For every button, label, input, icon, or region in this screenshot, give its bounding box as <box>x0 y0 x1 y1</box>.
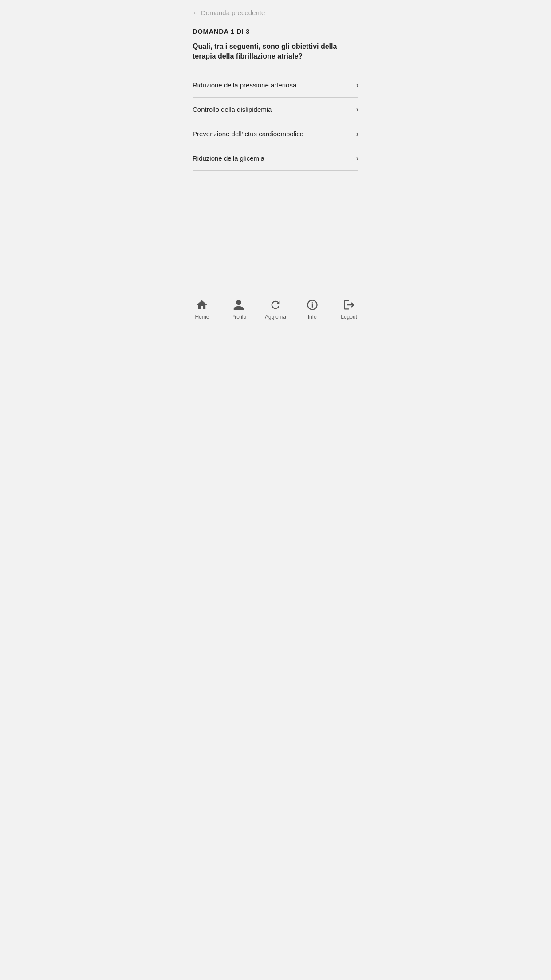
tab-profilo-label: Profilo <box>231 314 246 320</box>
answer-item-a4[interactable]: Riduzione della glicemia› <box>193 146 358 171</box>
answer-text-a4: Riduzione della glicemia <box>193 154 352 162</box>
tab-logout[interactable]: Logout <box>331 298 367 320</box>
answer-list: Riduzione della pressione arteriosa›Cont… <box>193 73 358 171</box>
question-text: Quali, tra i seguenti, sono gli obiettiv… <box>193 42 358 62</box>
back-navigation[interactable]: ← Domanda precedente <box>193 9 358 16</box>
answer-item-a1[interactable]: Riduzione della pressione arteriosa› <box>193 73 358 98</box>
question-number: DOMANDA 1 DI 3 <box>193 28 358 35</box>
answer-text-a3: Prevenzione dell’ictus cardioembolico <box>193 130 352 138</box>
tab-home[interactable]: Home <box>184 298 220 320</box>
back-label: Domanda precedente <box>201 9 265 16</box>
profile-icon <box>232 298 246 312</box>
answer-item-a2[interactable]: Controllo della dislipidemia› <box>193 98 358 122</box>
chevron-icon-a4: › <box>356 154 358 162</box>
back-arrow-icon: ← <box>193 9 199 16</box>
chevron-icon-a3: › <box>356 130 358 138</box>
chevron-icon-a1: › <box>356 81 358 89</box>
tab-logout-label: Logout <box>341 314 357 320</box>
tab-aggiorna[interactable]: Aggiorna <box>257 298 294 320</box>
answer-text-a1: Riduzione della pressione arteriosa <box>193 81 352 89</box>
home-icon <box>195 298 209 312</box>
chevron-icon-a2: › <box>356 106 358 114</box>
tab-info[interactable]: Info <box>294 298 331 320</box>
tab-profilo[interactable]: Profilo <box>220 298 257 320</box>
answer-item-a3[interactable]: Prevenzione dell’ictus cardioembolico› <box>193 122 358 146</box>
answer-text-a2: Controllo della dislipidemia <box>193 106 352 113</box>
logout-icon <box>342 298 356 312</box>
main-content: ← Domanda precedente DOMANDA 1 DI 3 Qual… <box>184 0 367 293</box>
tab-info-label: Info <box>308 314 317 320</box>
tab-aggiorna-label: Aggiorna <box>265 314 286 320</box>
refresh-icon <box>268 298 283 312</box>
info-icon <box>305 298 319 312</box>
tab-bar: Home Profilo Aggiorna Info <box>184 293 367 327</box>
tab-home-label: Home <box>195 314 209 320</box>
